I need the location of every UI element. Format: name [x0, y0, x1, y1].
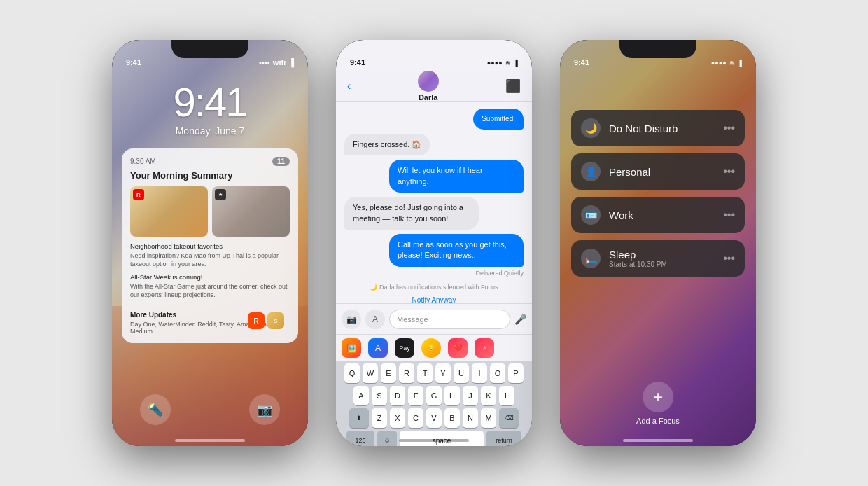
status-time: 9:41	[126, 58, 141, 67]
key-q[interactable]: Q	[344, 363, 360, 383]
contact-avatar	[418, 71, 439, 92]
key-p[interactable]: P	[508, 363, 524, 383]
personal-more-button[interactable]: •••	[723, 165, 735, 178]
status-icons-focus: ●●●● ≋ ▐	[711, 60, 742, 67]
photo-app-icon[interactable]: 🖼️	[342, 338, 361, 358]
wifi-icon: wifi	[273, 58, 286, 67]
key-k[interactable]: K	[481, 386, 496, 405]
message-input-field[interactable]: Message	[389, 310, 510, 329]
key-s[interactable]: S	[372, 386, 387, 405]
home-indicator	[175, 439, 245, 442]
msg-bubble-2: Will let you know if I hear anything.	[389, 160, 524, 193]
notch-focus	[620, 40, 696, 58]
camera-button[interactable]: 📷	[249, 394, 280, 425]
key-z[interactable]: Z	[372, 408, 387, 428]
key-n[interactable]: N	[463, 408, 478, 428]
key-y[interactable]: Y	[435, 363, 451, 383]
key-j[interactable]: J	[463, 386, 478, 405]
camera-input-icon[interactable]: 📷	[342, 310, 361, 329]
key-r[interactable]: R	[399, 363, 414, 383]
phone-messages: 9:41 ●●●● ≋ ▐ ‹ Darla ⬛ Submitted! Finge…	[336, 40, 532, 446]
key-shift[interactable]: ⬆	[349, 408, 369, 428]
focus-item-dnd[interactable]: 🌙 Do Not Disturb •••	[571, 110, 745, 146]
focus-item-personal[interactable]: 👤 Personal •••	[571, 153, 745, 190]
delivered-status: Delivered Quietly	[344, 270, 524, 277]
sleep-icon: 🛏️	[581, 249, 601, 268]
focus-item-work[interactable]: 🪪 Work •••	[571, 197, 745, 233]
add-focus-label: Add a Focus	[636, 417, 680, 425]
notif-img-sports: ★	[212, 186, 290, 237]
notif-desc-2: With the All-Star Game just around the c…	[130, 283, 290, 299]
music-icon[interactable]: ♪	[475, 338, 494, 358]
key-delete[interactable]: ⌫	[499, 408, 519, 428]
app-store-icon[interactable]: A	[368, 338, 388, 358]
key-123[interactable]: 123	[346, 431, 374, 446]
key-e[interactable]: E	[381, 363, 396, 383]
key-emoji[interactable]: ☺	[377, 431, 397, 446]
video-call-button[interactable]: ⬛	[505, 78, 521, 94]
signal-icon-msg: ●●●●	[487, 60, 503, 67]
notif-app-icon-2: ★	[215, 189, 226, 200]
signal-icon-focus: ●●●●	[711, 60, 727, 67]
key-o[interactable]: O	[490, 363, 505, 383]
dnd-more-button[interactable]: •••	[723, 122, 735, 134]
key-g[interactable]: G	[426, 386, 442, 405]
key-i[interactable]: I	[472, 363, 487, 383]
focus-item-sleep[interactable]: 🛏️ Sleep Starts at 10:30 PM •••	[571, 240, 745, 277]
key-w[interactable]: W	[363, 363, 378, 383]
key-space[interactable]: space	[400, 431, 484, 446]
msg-bubble-3: Yes, please do! Just going into a meetin…	[344, 197, 479, 230]
notif-img-food: R	[130, 186, 208, 237]
notif-heading-2: All-Star Week is coming!	[130, 273, 290, 282]
notif-app-icon-1: R	[133, 189, 144, 200]
key-b[interactable]: B	[444, 408, 460, 428]
key-a[interactable]: A	[354, 386, 369, 405]
notif-header: 9:30 AM 11	[130, 157, 290, 166]
key-h[interactable]: H	[444, 386, 460, 405]
wifi-icon-msg: ≋	[505, 60, 511, 67]
work-more-button[interactable]: •••	[723, 209, 735, 221]
flashlight-button[interactable]: 🔦	[140, 394, 171, 425]
notif-heading-1: Neighborhood takeout favorites	[130, 242, 290, 251]
keyboard-row-2: A S D F G H J K L	[336, 383, 532, 405]
key-l[interactable]: L	[499, 386, 514, 405]
mic-input-icon[interactable]: 🎤	[514, 314, 526, 325]
key-d[interactable]: D	[390, 386, 405, 405]
key-u[interactable]: U	[454, 363, 469, 383]
notif-title: Your Morning Summary	[130, 170, 290, 181]
msg-bubble-1: Fingers crossed. 🏠	[344, 134, 430, 155]
key-x[interactable]: X	[390, 408, 405, 428]
wifi-icon-focus: ≋	[729, 60, 735, 67]
work-label: Work	[609, 209, 715, 221]
sleep-more-button[interactable]: •••	[723, 252, 735, 265]
notif-time: 9:30 AM	[130, 158, 156, 165]
notif-item-1: Neighborhood takeout favorites Need insp…	[130, 242, 290, 269]
sticker-icon[interactable]: ❤️	[448, 338, 468, 358]
contact-info: Darla	[418, 71, 439, 102]
msg-bubble-submitted: Submitted!	[473, 109, 524, 130]
phone-lockscreen: 9:41 ▪▪▪▪ wifi ▐ 9:41 Monday, June 7 9:3…	[112, 40, 308, 446]
sleep-sublabel: Starts at 10:30 PM	[609, 261, 715, 268]
add-focus-button[interactable]: +	[643, 382, 673, 412]
key-t[interactable]: T	[417, 363, 433, 383]
notif-app-icons: R S	[248, 312, 284, 329]
key-v[interactable]: V	[426, 408, 442, 428]
sleep-label: Sleep	[609, 249, 715, 261]
apps-input-icon[interactable]: A	[365, 310, 385, 329]
memoji-icon[interactable]: 😊	[421, 338, 441, 358]
signal-icon: ▪▪▪▪	[259, 58, 270, 67]
notch	[172, 40, 248, 58]
key-f[interactable]: F	[408, 386, 424, 405]
keyboard-row-3: ⬆ Z X C V B N M ⌫	[336, 405, 532, 428]
key-m[interactable]: M	[481, 408, 496, 428]
key-c[interactable]: C	[408, 408, 424, 428]
notification-card[interactable]: 9:30 AM 11 Your Morning Summary R ★ Neig…	[122, 148, 298, 343]
battery-icon: ▐	[288, 58, 294, 67]
personal-icon: 👤	[581, 162, 601, 181]
apple-pay-icon[interactable]: Pay	[395, 338, 414, 358]
notch-messages	[396, 40, 472, 58]
messages-area: Submitted! Fingers crossed. 🏠 Will let y…	[336, 102, 532, 306]
personal-label: Personal	[609, 166, 715, 178]
key-return[interactable]: return	[486, 431, 522, 446]
back-button[interactable]: ‹	[347, 80, 351, 92]
